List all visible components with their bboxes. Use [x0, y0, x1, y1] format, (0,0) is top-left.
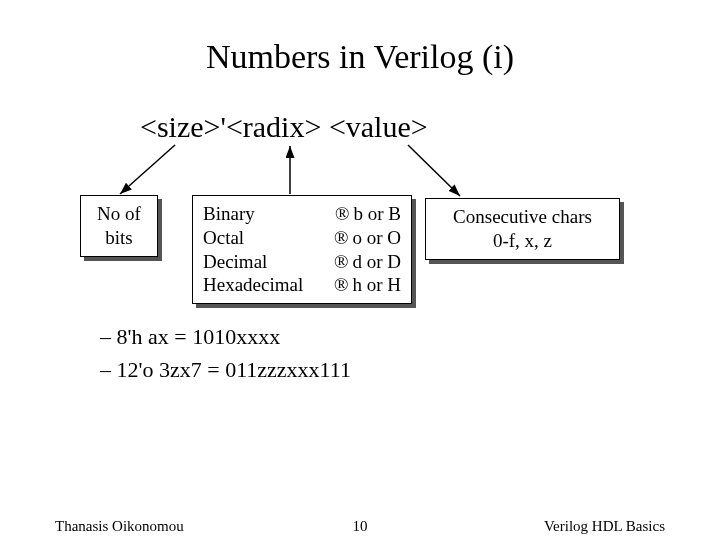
radix-row: Decimal ®d or D — [203, 250, 401, 274]
example-item: 12'o 3zx7 = 011zzzxxx111 — [100, 353, 351, 386]
examples-list: 8'h ax = 1010xxxx 12'o 3zx7 = 011zzzxxx1… — [100, 320, 351, 386]
radix-code: o or O — [352, 227, 401, 248]
radix-code: h or H — [352, 274, 401, 295]
arrow-icon: ® — [334, 251, 348, 272]
radix-row: Hexadecimal ®h or H — [203, 273, 401, 297]
radix-row: Binary ®b or B — [203, 202, 401, 226]
value-line1: Consecutive chars — [436, 205, 609, 229]
bits-box: No of bits — [80, 195, 158, 257]
slide-title: Numbers in Verilog (i) — [0, 38, 720, 76]
example-item: 8'h ax = 1010xxxx — [100, 320, 351, 353]
svg-line-2 — [408, 145, 460, 196]
radix-name: Hexadecimal — [203, 273, 303, 297]
arrow-icon: ® — [334, 274, 348, 295]
radix-code: d or D — [352, 251, 401, 272]
footer-topic: Verilog HDL Basics — [544, 518, 665, 535]
radix-name: Octal — [203, 226, 244, 250]
value-line2: 0-f, x, z — [436, 229, 609, 253]
radix-name: Binary — [203, 202, 255, 226]
radix-row: Octal ®o or O — [203, 226, 401, 250]
radix-code: b or B — [354, 203, 402, 224]
svg-line-0 — [120, 145, 175, 194]
value-box: Consecutive chars 0-f, x, z — [425, 198, 620, 260]
arrow-icon: ® — [335, 203, 349, 224]
radix-name: Decimal — [203, 250, 267, 274]
radix-box: Binary ®b or B Octal ®o or O Decimal ®d … — [192, 195, 412, 304]
syntax-size: <size> — [140, 110, 220, 143]
syntax-value: <value> — [329, 110, 428, 143]
arrow-icon: ® — [334, 227, 348, 248]
syntax-line: <size>'<radix> <value> — [140, 110, 428, 144]
syntax-space — [321, 110, 329, 143]
syntax-radix: <radix> — [226, 110, 321, 143]
bits-line2: bits — [91, 226, 147, 250]
bits-line1: No of — [91, 202, 147, 226]
